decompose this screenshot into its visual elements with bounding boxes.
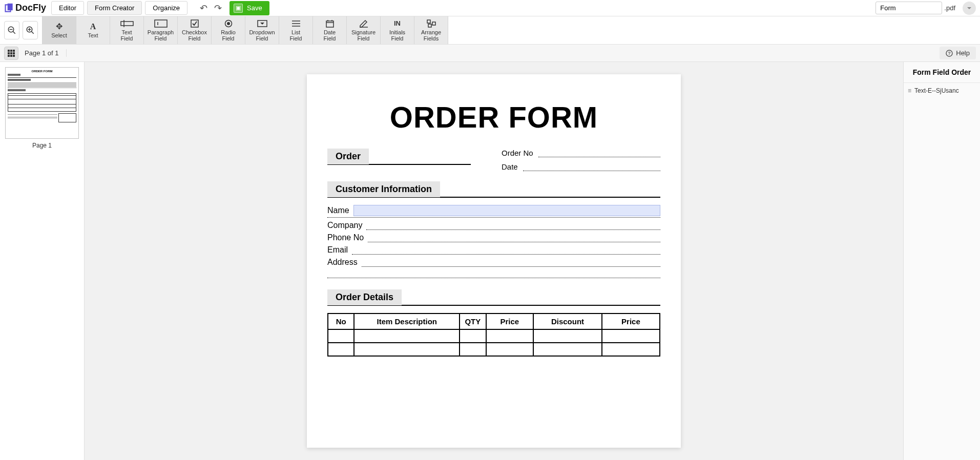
label-order-no: Order No bbox=[502, 149, 533, 157]
logo-icon bbox=[4, 3, 14, 13]
chevron-down-icon bbox=[967, 6, 972, 11]
top-bar: DocFly Editor Form Creator Organize ↶ ↷ … bbox=[0, 0, 980, 16]
tab-form-creator[interactable]: Form Creator bbox=[87, 1, 142, 15]
tool-arrange-fields[interactable]: Arrange Fields bbox=[414, 16, 448, 44]
right-panel-title: Form Field Order bbox=[904, 62, 980, 83]
initials-icon: IN bbox=[394, 19, 401, 28]
svg-rect-34 bbox=[8, 55, 10, 57]
redo-button[interactable]: ↷ bbox=[212, 3, 223, 14]
svg-rect-20 bbox=[326, 21, 333, 27]
label-address: Address bbox=[327, 258, 358, 267]
svg-rect-36 bbox=[13, 55, 15, 57]
tool-paragraph-field[interactable]: Paragraph Field bbox=[144, 16, 178, 44]
zoom-out-icon bbox=[7, 26, 16, 35]
field-order-item[interactable]: ≡ Text-E--SjUsanc bbox=[904, 83, 980, 98]
drag-handle-icon: ≡ bbox=[908, 87, 911, 94]
zoom-out-button[interactable] bbox=[4, 21, 19, 39]
page-info: Page 1 of 1 bbox=[25, 49, 67, 57]
svg-rect-35 bbox=[10, 55, 12, 57]
svg-text:?: ? bbox=[948, 51, 951, 56]
svg-rect-33 bbox=[13, 52, 15, 54]
th-discount: Discount bbox=[533, 313, 602, 329]
tool-radio-field[interactable]: Radio Field bbox=[212, 16, 245, 44]
svg-line-6 bbox=[31, 31, 34, 34]
tab-editor[interactable]: Editor bbox=[51, 1, 84, 15]
thumbnail-panel: ORDER FORM Page 1 bbox=[0, 62, 85, 460]
page-thumbnail-1[interactable]: ORDER FORM bbox=[5, 67, 79, 139]
page-bar: Page 1 of 1 ?Help bbox=[0, 45, 980, 62]
form-field-name[interactable] bbox=[353, 205, 660, 216]
grid-icon bbox=[8, 50, 15, 57]
th-no: No bbox=[328, 313, 354, 329]
signature-icon bbox=[359, 19, 368, 28]
arrange-icon bbox=[427, 19, 436, 28]
main-area: ORDER FORM Page 1 ORDER FORM Order bbox=[0, 62, 980, 460]
mode-tabs: Editor Form Creator Organize bbox=[51, 1, 191, 15]
svg-rect-32 bbox=[10, 52, 12, 54]
th-desc: Item Description bbox=[354, 313, 460, 329]
svg-rect-11 bbox=[155, 20, 167, 27]
toolbar: ✥Select AText Text Field Paragraph Field… bbox=[0, 16, 980, 45]
canvas[interactable]: ORDER FORM Order Order No Date Customer … bbox=[85, 62, 903, 460]
label-name: Name bbox=[327, 206, 349, 215]
tool-text-field[interactable]: Text Field bbox=[110, 16, 144, 44]
table-row bbox=[328, 343, 660, 356]
svg-rect-25 bbox=[427, 20, 430, 23]
tool-date-field[interactable]: Date Field bbox=[313, 16, 347, 44]
list-icon bbox=[291, 19, 301, 28]
svg-rect-13 bbox=[191, 20, 198, 27]
calendar-icon bbox=[326, 19, 334, 28]
filename-area: .pdf bbox=[875, 2, 976, 15]
zoom-controls bbox=[0, 16, 42, 44]
brand-text: DocFly bbox=[15, 3, 46, 13]
thumbnails-toggle[interactable] bbox=[4, 47, 18, 60]
thumbnail-caption: Page 1 bbox=[5, 142, 79, 149]
paragraph-field-icon bbox=[154, 19, 168, 28]
svg-point-15 bbox=[227, 22, 230, 25]
tool-select[interactable]: ✥Select bbox=[43, 16, 76, 44]
tool-row: ✥Select AText Text Field Paragraph Field… bbox=[42, 16, 448, 44]
text-field-icon bbox=[120, 19, 134, 28]
help-icon: ? bbox=[946, 50, 953, 57]
save-label: Save bbox=[247, 4, 262, 12]
tool-signature-field[interactable]: Signature Field bbox=[347, 16, 381, 44]
svg-rect-31 bbox=[8, 52, 10, 54]
svg-rect-26 bbox=[428, 24, 431, 27]
right-panel: Form Field Order ≡ Text-E--SjUsanc bbox=[903, 62, 980, 460]
dropdown-icon bbox=[257, 19, 267, 28]
zoom-in-button[interactable] bbox=[23, 21, 38, 39]
th-price: Price bbox=[486, 313, 534, 329]
text-icon: A bbox=[90, 22, 96, 31]
tool-list-field[interactable]: List Field bbox=[279, 16, 313, 44]
radio-icon bbox=[224, 19, 233, 28]
th-price2: Price bbox=[602, 313, 660, 329]
svg-rect-9 bbox=[121, 22, 133, 26]
undo-button[interactable]: ↶ bbox=[198, 3, 209, 14]
document-page[interactable]: ORDER FORM Order Order No Date Customer … bbox=[307, 74, 681, 448]
tool-initials-field[interactable]: INInitials Field bbox=[381, 16, 414, 44]
label-email: Email bbox=[327, 245, 348, 255]
label-company: Company bbox=[327, 221, 362, 230]
tab-organize[interactable]: Organize bbox=[145, 1, 187, 15]
tool-text[interactable]: AText bbox=[76, 16, 110, 44]
tool-dropdown-field[interactable]: Dropdown Field bbox=[245, 16, 279, 44]
tool-checkbox-field[interactable]: Checkbox Field bbox=[178, 16, 212, 44]
label-date: Date bbox=[502, 162, 518, 171]
save-button[interactable]: ▣ Save bbox=[230, 1, 269, 15]
filename-input[interactable] bbox=[875, 2, 942, 14]
svg-rect-28 bbox=[8, 50, 10, 52]
help-button[interactable]: ?Help bbox=[940, 47, 976, 59]
svg-rect-29 bbox=[10, 50, 12, 52]
svg-rect-27 bbox=[432, 22, 435, 25]
order-details-table: No Item Description QTY Price Discount P… bbox=[327, 313, 660, 357]
save-icon: ▣ bbox=[234, 4, 243, 13]
user-menu[interactable] bbox=[963, 2, 976, 15]
history-controls: ↶ ↷ bbox=[198, 3, 223, 14]
table-row bbox=[328, 329, 660, 343]
svg-line-3 bbox=[13, 31, 15, 34]
move-icon: ✥ bbox=[56, 22, 62, 31]
doc-title: ORDER FORM bbox=[327, 100, 660, 134]
svg-rect-30 bbox=[13, 50, 15, 52]
logo: DocFly bbox=[4, 3, 46, 13]
th-qty: QTY bbox=[460, 313, 486, 329]
